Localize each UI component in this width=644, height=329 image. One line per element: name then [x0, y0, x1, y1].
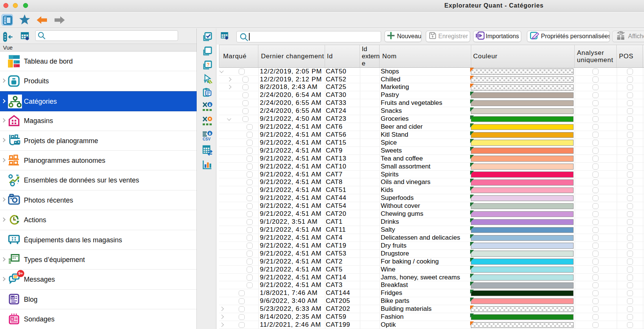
svg-text:?: ? — [207, 62, 209, 67]
svg-text:?: ? — [11, 317, 13, 321]
svg-text:CSV: CSV — [203, 137, 211, 141]
